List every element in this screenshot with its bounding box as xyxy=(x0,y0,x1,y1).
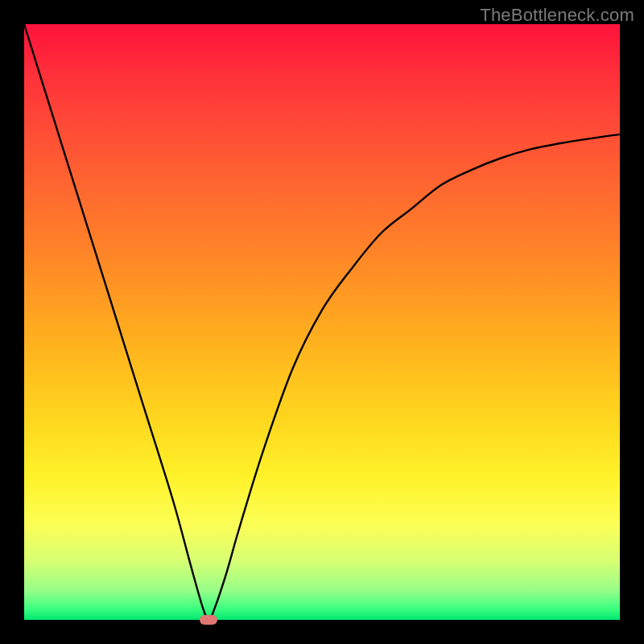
plot-area xyxy=(24,24,620,620)
chart-frame: TheBottleneck.com xyxy=(0,0,644,644)
curve-path xyxy=(24,24,620,620)
watermark-text: TheBottleneck.com xyxy=(480,5,634,26)
bottleneck-curve xyxy=(24,24,620,620)
minimum-marker xyxy=(200,615,217,625)
